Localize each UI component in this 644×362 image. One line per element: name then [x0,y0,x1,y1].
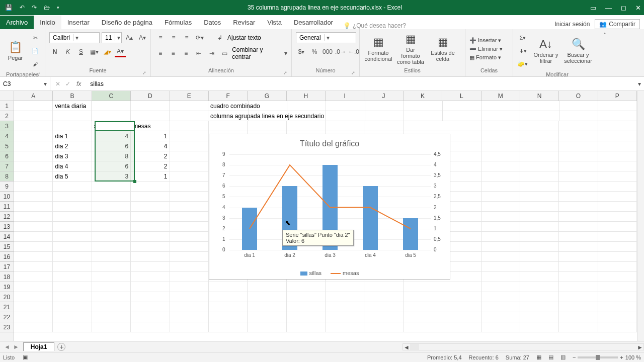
cell-E8[interactable] [170,171,209,182]
cell-E4[interactable] [170,131,209,141]
cell-F20[interactable] [209,292,248,302]
cell-H22[interactable] [287,312,326,322]
cell-B12[interactable] [53,212,92,222]
table-format-button[interactable]: ▦Dar formato como tabla [396,33,425,65]
cell-B23[interactable] [53,322,92,332]
row-header-3[interactable]: 3 [0,121,14,131]
cell-H1[interactable] [287,101,326,111]
cell-N23[interactable] [520,322,559,332]
cell-G1[interactable] [249,101,287,111]
row-header-17[interactable]: 17 [0,262,14,272]
name-box[interactable]: C3▾ [0,77,50,90]
cell-D15[interactable] [131,242,170,252]
cell-N7[interactable] [520,161,559,171]
cell-C17[interactable] [92,262,131,272]
cell-A6[interactable] [14,151,53,161]
cell-M7[interactable] [481,161,520,171]
cell-A13[interactable] [14,222,53,232]
row-header-16[interactable]: 16 [0,252,14,262]
cell-K20[interactable] [404,292,442,302]
cell-O5[interactable] [559,141,598,151]
wrap-text-label[interactable]: Ajustar texto [227,34,261,41]
cell-M6[interactable] [481,151,520,161]
italic-button[interactable]: K [62,46,73,57]
cell-A12[interactable] [14,212,53,222]
row-header-11[interactable]: 11 [0,202,14,212]
col-header-K[interactable]: K [404,91,442,101]
cell-L1[interactable] [443,101,481,111]
cell-K3[interactable] [404,121,442,131]
row-header-19[interactable]: 19 [0,282,14,292]
cell-H20[interactable] [287,292,326,302]
cell-E3[interactable] [170,121,209,131]
tab-revisar[interactable]: Revisar [227,16,261,29]
cell-A4[interactable] [14,131,53,141]
embedded-chart[interactable]: Título del gráfico sillas mesas Serie "s… [209,134,450,280]
cell-L2[interactable] [443,111,481,121]
cell-I3[interactable] [326,121,364,131]
align-top-icon[interactable]: ≡ [155,32,166,43]
cell-A5[interactable] [14,141,53,151]
cell-P12[interactable] [598,212,637,222]
cell-D23[interactable] [131,322,170,332]
comma-icon[interactable]: 000 [322,46,333,57]
underline-button[interactable]: S [75,46,87,57]
cell-A23[interactable] [14,322,53,332]
cell-B6[interactable]: dia 3 [53,151,92,161]
col-header-P[interactable]: P [598,91,637,101]
cell-A20[interactable] [14,292,53,302]
cell-L19[interactable] [442,282,481,292]
expand-formula-icon[interactable]: ▾ [635,80,644,87]
cell-H19[interactable] [287,282,326,292]
cell-L21[interactable] [442,302,481,312]
cell-E20[interactable] [170,292,209,302]
cell-N15[interactable] [520,242,559,252]
currency-icon[interactable]: $▾ [296,46,307,57]
row-header-1[interactable]: 1 [0,101,14,111]
cell-P5[interactable] [598,141,637,151]
cell-B1[interactable]: venta diaria [53,101,92,111]
zoom-out-icon[interactable]: − [573,354,576,360]
cell-N16[interactable] [520,252,559,262]
cell-B22[interactable] [53,312,92,322]
cell-P4[interactable] [598,131,637,141]
cell-P14[interactable] [598,232,637,242]
cell-J20[interactable] [364,292,403,302]
cell-I22[interactable] [326,312,364,322]
add-sheet-button[interactable]: + [57,343,65,351]
qat-more-icon[interactable]: ▾ [57,5,59,10]
fill-down-icon[interactable]: ⬇▾ [517,45,528,56]
save-icon[interactable]: 💾 [5,4,13,11]
cell-D9[interactable] [131,182,170,192]
cell-N6[interactable] [520,151,559,161]
font-color-button[interactable]: A▾ [115,46,126,57]
cell-F21[interactable] [209,302,248,312]
font-size-combo[interactable]: 11▾ [102,32,122,43]
cell-D10[interactable] [131,192,170,202]
cell-F1[interactable]: cuadro combinado [208,101,249,111]
cell-I1[interactable] [326,101,365,111]
cell-M5[interactable] [481,141,520,151]
merge-label[interactable]: Combinar y centrar [232,46,282,60]
cell-K23[interactable] [404,322,442,332]
cell-P11[interactable] [598,202,637,212]
cell-D11[interactable] [131,202,170,212]
cell-P1[interactable] [598,101,637,111]
cell-M12[interactable] [481,212,520,222]
maximize-icon[interactable]: ◻ [621,4,626,12]
cell-F22[interactable] [209,312,248,322]
row-header-5[interactable]: 5 [0,141,14,151]
cell-F23[interactable] [209,322,248,332]
cell-E15[interactable] [170,242,209,252]
chart-legend[interactable]: sillas mesas [209,270,450,276]
accept-formula-icon[interactable]: ✓ [65,80,70,87]
cell-B9[interactable] [53,182,92,192]
col-header-J[interactable]: J [364,91,403,101]
cell-C3[interactable]: sillas [92,121,131,131]
cell-O13[interactable] [559,222,598,232]
number-format-combo[interactable]: General▾ [296,32,356,43]
minimize-icon[interactable]: — [605,4,612,12]
cell-E11[interactable] [170,202,209,212]
cell-N22[interactable] [520,312,559,322]
cell-A17[interactable] [14,262,53,272]
